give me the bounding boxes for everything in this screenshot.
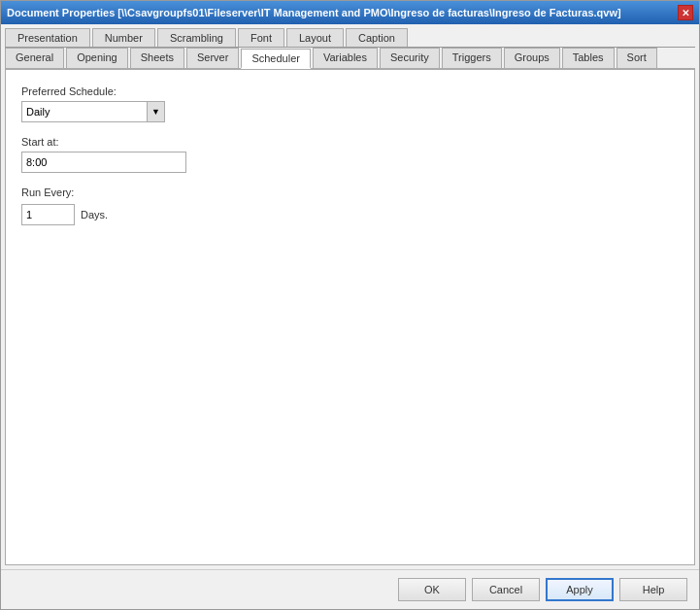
title-bar: Document Properties [\\Csavgroupfs01\Fil… — [1, 1, 699, 24]
tab-general[interactable]: General — [5, 48, 64, 68]
tab-scrambling[interactable]: Scrambling — [157, 28, 236, 47]
help-button[interactable]: Help — [619, 578, 687, 601]
preferred-schedule-label: Preferred Schedule: — [21, 85, 679, 97]
tab-sort[interactable]: Sort — [617, 48, 657, 68]
tab-tables[interactable]: Tables — [562, 48, 615, 68]
cancel-button[interactable]: Cancel — [472, 578, 540, 601]
schedule-dropdown-wrapper: DailyWeeklyMonthlyNever ▼ — [21, 101, 679, 122]
tab-font[interactable]: Font — [238, 28, 284, 47]
close-button[interactable]: ✕ — [678, 5, 693, 20]
tab-number[interactable]: Number — [92, 28, 155, 47]
tab-sheets[interactable]: Sheets — [130, 48, 184, 68]
schedule-dropdown[interactable]: DailyWeeklyMonthlyNever — [21, 101, 148, 122]
tab-server[interactable]: Server — [186, 48, 239, 68]
content-area: Presentation Number Scrambling Font Layo… — [1, 24, 699, 569]
tab-scheduler[interactable]: Scheduler — [241, 49, 311, 69]
run-every-label: Run Every: — [21, 186, 679, 198]
tab-security[interactable]: Security — [380, 48, 440, 68]
bottom-bar: OK Cancel Apply Help — [1, 569, 699, 609]
scheduler-panel: Preferred Schedule: DailyWeeklyMonthlyNe… — [5, 70, 695, 565]
tab-layout[interactable]: Layout — [286, 28, 344, 47]
ok-button[interactable]: OK — [398, 578, 466, 601]
upper-tab-row: Presentation Number Scrambling Font Layo… — [5, 28, 695, 48]
dropdown-arrow-icon[interactable]: ▼ — [148, 101, 165, 122]
run-every-row: Days. — [21, 204, 679, 225]
tab-opening[interactable]: Opening — [66, 48, 128, 68]
run-every-input[interactable] — [21, 204, 75, 225]
days-label: Days. — [81, 209, 108, 220]
tab-groups[interactable]: Groups — [504, 48, 560, 68]
window-title: Document Properties [\\Csavgroupfs01\Fil… — [7, 7, 621, 18]
tab-caption[interactable]: Caption — [346, 28, 408, 47]
document-properties-window: Document Properties [\\Csavgroupfs01\Fil… — [0, 0, 700, 610]
lower-tab-row: General Opening Sheets Server Scheduler … — [5, 48, 695, 70]
start-at-input[interactable] — [21, 152, 186, 173]
apply-button[interactable]: Apply — [546, 578, 614, 601]
start-at-label: Start at: — [21, 136, 679, 148]
tab-variables[interactable]: Variables — [313, 48, 378, 68]
tab-presentation[interactable]: Presentation — [5, 28, 90, 47]
tab-triggers[interactable]: Triggers — [442, 48, 502, 68]
